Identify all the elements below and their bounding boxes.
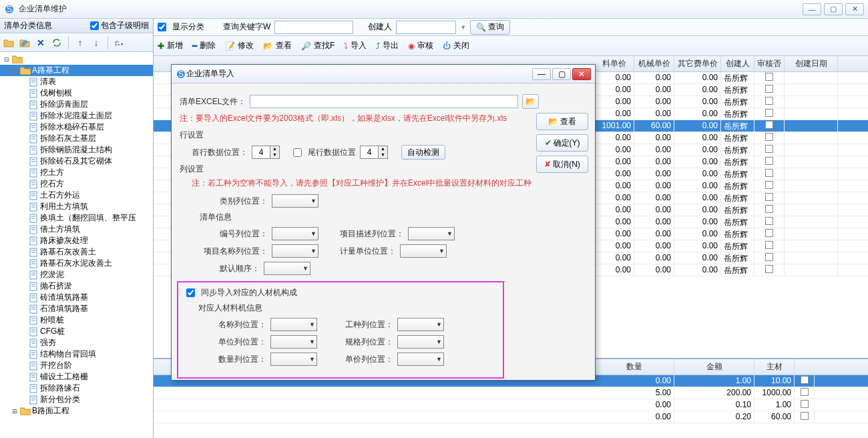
spec-col-combo[interactable]: ▼	[397, 335, 444, 349]
tree-leaf[interactable]: 新分包分类	[0, 394, 153, 405]
audit-checkbox[interactable]	[765, 205, 773, 213]
dialog-close-button[interactable]: ✕	[572, 68, 591, 80]
audit-checkbox[interactable]	[765, 241, 773, 249]
col-main-material[interactable]: 主材	[754, 359, 795, 375]
tree-leaf[interactable]: 拆除路缘石	[0, 383, 153, 394]
work-col-combo[interactable]: ▼	[397, 318, 444, 331]
close-button[interactable]: ⏻关闭	[443, 40, 469, 51]
show-category-checkbox[interactable]	[158, 23, 166, 31]
desc-col-combo[interactable]: ▼	[408, 227, 455, 240]
tree-leaf[interactable]: 挖石方	[0, 178, 153, 190]
last-row-spinner[interactable]: ▲▼	[360, 146, 388, 159]
col-creator[interactable]: 创建人	[721, 56, 754, 71]
audit-button[interactable]: ◉审核	[408, 40, 433, 51]
audit-checkbox[interactable]	[765, 253, 773, 261]
file-input[interactable]	[250, 95, 518, 108]
audit-checkbox[interactable]	[765, 97, 773, 105]
main-material-checkbox[interactable]	[801, 412, 809, 420]
tree-leaf[interactable]: 拆除钢筋混凝土结构	[0, 144, 153, 156]
tree-leaf[interactable]: 路基石灰改善土	[0, 246, 153, 258]
last-row-checkbox[interactable]	[293, 148, 302, 157]
tree-leaf[interactable]: 拆除水稳碎石基层	[0, 122, 153, 133]
delete-button[interactable]: ━删除	[192, 40, 216, 51]
close-button[interactable]: ✕	[845, 3, 864, 15]
tree-leaf[interactable]: 路基石灰水泥改善土	[0, 258, 153, 269]
collapse-icon[interactable]: ⊟	[3, 55, 11, 64]
tree-root[interactable]: ⊟	[0, 53, 153, 65]
dialog-cancel-button[interactable]: ✘取消(N)	[536, 156, 588, 173]
minimize-button[interactable]: —	[803, 3, 821, 15]
view-button[interactable]: 📂查看	[263, 40, 292, 51]
audit-checkbox[interactable]	[765, 145, 773, 153]
keyword-input[interactable]	[274, 21, 353, 34]
audit-checkbox[interactable]	[765, 73, 773, 81]
col-amount[interactable]: 金额	[674, 359, 754, 375]
no-col-combo[interactable]: ▼	[272, 227, 318, 240]
edit-button[interactable]: 📝修改	[225, 40, 254, 51]
tree-leaf[interactable]: 石渣填筑路基	[0, 303, 153, 314]
move-up-icon[interactable]: ↑	[74, 37, 86, 49]
main-material-checkbox[interactable]	[801, 376, 809, 384]
col-machine-price[interactable]: 机械单价	[634, 56, 674, 71]
tree-leaf[interactable]: 挖土方	[0, 167, 153, 178]
default-order-combo[interactable]: ▼	[264, 262, 310, 275]
tree-node[interactable]: ⊞ B路面工程	[0, 405, 153, 417]
expand-icon[interactable]: ⊞	[11, 407, 19, 416]
tree-leaf[interactable]: 拆除石灰土基层	[0, 133, 153, 144]
audit-checkbox[interactable]	[765, 109, 773, 117]
col-create-date[interactable]: 创建日期	[785, 56, 838, 71]
audit-checkbox[interactable]	[765, 85, 773, 93]
dialog-ok-button[interactable]: ✔确定(Y)	[536, 134, 588, 152]
expand-icon[interactable]: ⎌▾	[114, 37, 126, 49]
collapse-icon[interactable]: ⊟	[11, 66, 19, 75]
audit-checkbox[interactable]	[765, 229, 773, 237]
col-other-price[interactable]: 其它费单价	[674, 56, 721, 71]
category-col-combo[interactable]: ▼	[272, 194, 318, 208]
refresh-icon[interactable]	[51, 37, 63, 49]
main-material-checkbox[interactable]	[801, 388, 809, 396]
dialog-titlebar[interactable]: S 企业清单导入 — ▢ ✕	[172, 65, 595, 83]
audit-checkbox[interactable]	[765, 217, 773, 225]
table-row[interactable]: 0.000.2060.00	[154, 411, 868, 423]
tree-node-selected[interactable]: ⊟ A路基工程	[0, 65, 153, 76]
tree-leaf[interactable]: 清表	[0, 76, 153, 87]
add-button[interactable]: ✚新增	[158, 40, 183, 51]
tree-leaf[interactable]: 开挖台阶	[0, 360, 153, 371]
tree-leaf[interactable]: 粉喷桩	[0, 314, 153, 326]
browse-button[interactable]: 📂	[522, 94, 539, 109]
import-button[interactable]: ⤵导入	[344, 40, 367, 51]
tree-leaf[interactable]: 借土方填筑	[0, 224, 153, 235]
unit-col-combo[interactable]: ▼	[400, 244, 447, 258]
move-down-icon[interactable]: ↓	[90, 37, 102, 49]
tree-leaf[interactable]: 铺设土工格栅	[0, 371, 153, 383]
audit-checkbox[interactable]	[765, 121, 773, 129]
new-folder-icon[interactable]	[3, 37, 15, 49]
creator-input[interactable]	[396, 21, 456, 34]
main-material-checkbox[interactable]	[801, 400, 809, 408]
first-row-spinner[interactable]: ▲▼	[252, 146, 280, 159]
tree-leaf[interactable]: 挖淤泥	[0, 269, 153, 280]
col-quantity[interactable]: 数量	[594, 359, 674, 375]
include-children-checkbox[interactable]	[90, 21, 99, 30]
table-row[interactable]: 5.00200.001000.00	[154, 387, 868, 399]
munit-col-combo[interactable]: ▼	[270, 335, 317, 349]
name-col-combo[interactable]: ▼	[272, 244, 318, 258]
price-col-combo[interactable]: ▼	[397, 353, 444, 366]
mname-col-combo[interactable]: ▼	[270, 318, 317, 331]
dialog-view-button[interactable]: 📂查看	[536, 113, 588, 130]
audit-checkbox[interactable]	[765, 193, 773, 201]
dialog-minimize-button[interactable]: —	[532, 68, 551, 80]
sync-import-checkbox[interactable]	[186, 288, 195, 297]
audit-checkbox[interactable]	[765, 157, 773, 165]
audit-checkbox[interactable]	[765, 181, 773, 189]
tree-leaf[interactable]: 拆除水泥混凝土面层	[0, 110, 153, 122]
tree-leaf[interactable]: 土石方外运	[0, 190, 153, 201]
auto-detect-button[interactable]: 自动检测	[401, 145, 445, 160]
tree-leaf[interactable]: 路床掺灰处理	[0, 235, 153, 246]
table-row[interactable]: 0.000.101.00	[154, 399, 868, 411]
tree-leaf[interactable]: 砖渣填筑路基	[0, 292, 153, 303]
tree-leaf[interactable]: 伐树刨根	[0, 87, 153, 99]
tree-leaf[interactable]: 拆除沥青面层	[0, 99, 153, 110]
tree-leaf[interactable]: 利用土方填筑	[0, 201, 153, 212]
export-button[interactable]: ⤴导出	[376, 40, 399, 51]
